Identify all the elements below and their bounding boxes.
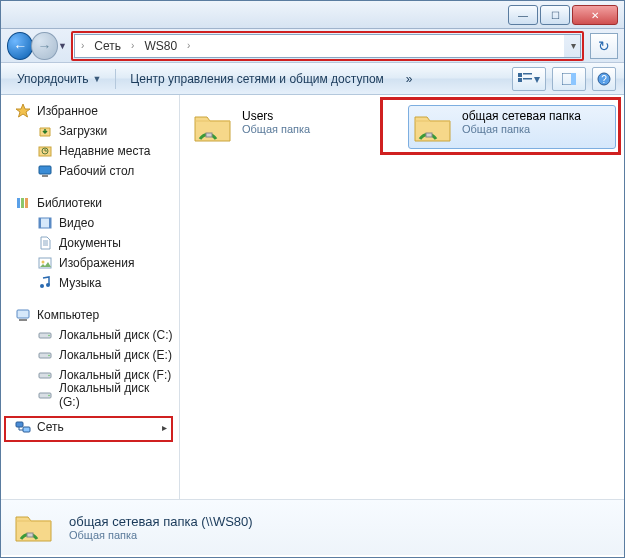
tree-videos[interactable]: Видео xyxy=(1,213,179,233)
svg-point-24 xyxy=(46,283,50,287)
network-center-button[interactable]: Центр управления сетями и общим доступом xyxy=(122,68,392,90)
item-subtitle: Общая папка xyxy=(242,123,310,135)
svg-rect-20 xyxy=(49,218,51,228)
svg-rect-7 xyxy=(571,73,576,85)
svg-point-23 xyxy=(40,284,44,288)
tree-drive-g[interactable]: Локальный диск (G:) xyxy=(1,385,179,405)
video-icon xyxy=(37,215,53,231)
svg-rect-15 xyxy=(17,198,20,208)
back-button[interactable]: ← xyxy=(7,32,33,60)
chevron-right-icon: ▸ xyxy=(162,422,167,433)
tree-label: Документы xyxy=(59,236,121,250)
libraries-icon xyxy=(15,195,31,211)
toolbar-separator xyxy=(115,69,116,89)
breadcrumb-sep: › xyxy=(129,36,136,56)
organize-label: Упорядочить xyxy=(17,72,88,86)
music-icon xyxy=(37,275,53,291)
svg-marker-10 xyxy=(16,104,30,117)
tree-documents[interactable]: Документы xyxy=(1,233,179,253)
network-icon xyxy=(15,419,31,435)
folder-item-shared[interactable]: общая сетевая папка Общая папка xyxy=(408,105,616,149)
svg-rect-35 xyxy=(16,422,23,427)
preview-pane-button[interactable] xyxy=(552,67,586,91)
tree-label: Музыка xyxy=(59,276,101,290)
view-options-button[interactable]: ▾ xyxy=(512,67,546,91)
refresh-button[interactable]: ↻ xyxy=(590,33,618,59)
svg-text:?: ? xyxy=(601,74,607,85)
image-icon xyxy=(37,255,53,271)
breadcrumb-sep: › xyxy=(79,36,86,56)
svg-rect-13 xyxy=(39,166,51,174)
tree-label: Библиотеки xyxy=(37,196,102,210)
details-text: общая сетевая папка (\\WS80) Общая папка xyxy=(69,514,253,541)
svg-rect-26 xyxy=(19,319,27,321)
minimize-button[interactable]: — xyxy=(508,5,538,25)
explorer-window: — ☐ ✕ ← → ▼ › Сеть › WS80 › ▾ ↻ xyxy=(0,0,625,558)
chevron-down-icon: ▾ xyxy=(534,72,540,86)
help-button[interactable]: ? xyxy=(592,67,616,91)
toolbar-overflow[interactable]: » xyxy=(398,68,421,90)
tree-pictures[interactable]: Изображения xyxy=(1,253,179,273)
computer-icon xyxy=(15,307,31,323)
svg-rect-39 xyxy=(27,533,33,537)
shared-folder-icon xyxy=(13,509,57,547)
tree-libraries[interactable]: Библиотеки xyxy=(1,193,179,213)
folder-item-users[interactable]: Users Общая папка xyxy=(188,105,396,149)
svg-rect-36 xyxy=(23,427,30,432)
tree-music[interactable]: Музыка xyxy=(1,273,179,293)
tree-label: Сеть xyxy=(37,420,64,434)
tree-drive-c[interactable]: Локальный диск (C:) xyxy=(1,325,179,345)
breadcrumb-host[interactable]: WS80 xyxy=(138,36,183,56)
details-subtitle: Общая папка xyxy=(69,529,253,541)
tree-label: Компьютер xyxy=(37,308,99,322)
forward-button[interactable]: → xyxy=(31,32,57,60)
svg-rect-37 xyxy=(206,133,212,137)
item-text: общая сетевая папка Общая папка xyxy=(462,109,581,135)
history-dropdown[interactable]: ▼ xyxy=(58,33,67,59)
tree-downloads[interactable]: Загрузки xyxy=(1,121,179,141)
body-split: Избранное Загрузки Недавние места Рабочи… xyxy=(1,95,624,499)
tree-label: Недавние места xyxy=(59,144,150,158)
svg-rect-4 xyxy=(518,78,522,82)
organize-button[interactable]: Упорядочить ▼ xyxy=(9,68,109,90)
item-title: общая сетевая папка xyxy=(462,109,581,123)
tree-label: Загрузки xyxy=(59,124,107,138)
tree-recent[interactable]: Недавние места xyxy=(1,141,179,161)
address-field[interactable]: › Сеть › WS80 › xyxy=(73,35,564,57)
tree-computer[interactable]: Компьютер xyxy=(1,305,179,325)
breadcrumb-root[interactable]: Сеть xyxy=(88,36,127,56)
tree-desktop[interactable]: Рабочий стол xyxy=(1,161,179,181)
tree-group-network: Сеть ▸ xyxy=(1,417,179,437)
tree-label: Видео xyxy=(59,216,94,230)
svg-rect-19 xyxy=(39,218,41,228)
navigation-pane[interactable]: Избранное Загрузки Недавние места Рабочи… xyxy=(1,95,180,499)
recent-icon xyxy=(37,143,53,159)
svg-rect-17 xyxy=(25,198,28,208)
command-bar: Упорядочить ▼ Центр управления сетями и … xyxy=(1,63,624,95)
svg-point-28 xyxy=(48,335,50,337)
star-icon xyxy=(15,103,31,119)
address-bar[interactable]: › Сеть › WS80 › ▾ xyxy=(71,31,584,61)
item-subtitle: Общая папка xyxy=(462,123,581,135)
svg-point-32 xyxy=(48,375,50,377)
tree-favorites[interactable]: Избранное xyxy=(1,101,179,121)
address-dropdown[interactable]: ▾ xyxy=(564,40,582,51)
tree-label: Рабочий стол xyxy=(59,164,134,178)
svg-rect-14 xyxy=(42,175,48,177)
items-view[interactable]: Users Общая папка общая сетевая папка Об… xyxy=(180,95,624,499)
tree-drive-e[interactable]: Локальный диск (E:) xyxy=(1,345,179,365)
drive-icon xyxy=(37,327,53,343)
tree-label: Избранное xyxy=(37,104,98,118)
svg-point-22 xyxy=(42,261,45,264)
title-bar: — ☐ ✕ xyxy=(1,1,624,29)
tree-label: Локальный диск (E:) xyxy=(59,348,172,362)
tree-label: Локальный диск (C:) xyxy=(59,328,173,342)
shared-folder-icon xyxy=(192,109,234,145)
tree-network[interactable]: Сеть ▸ xyxy=(1,417,179,437)
tree-label: Изображения xyxy=(59,256,134,270)
drive-icon xyxy=(37,367,53,383)
close-button[interactable]: ✕ xyxy=(572,5,618,25)
download-icon xyxy=(37,123,53,139)
maximize-button[interactable]: ☐ xyxy=(540,5,570,25)
item-text: Users Общая папка xyxy=(242,109,310,135)
